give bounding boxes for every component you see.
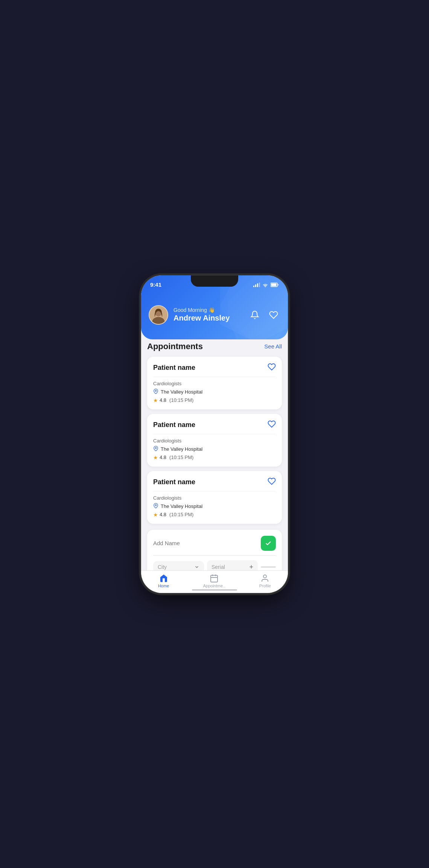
signal-icon [253,283,260,287]
heart-icon-1 [268,363,276,371]
home-icon [159,574,168,583]
time-text-2: (10:15 PM) [169,455,193,460]
serial-label: Serial [211,564,247,570]
appointments-label: Appointme.. [203,584,225,588]
svg-rect-1 [255,284,256,287]
appointment-card-2[interactable]: Patient name Cardiologists [147,414,282,467]
home-label: Home [158,584,169,588]
hospital-row-2: The Valley Hospital [153,446,276,452]
svg-rect-0 [253,286,254,287]
specialty-3: Cardiologists [153,495,276,501]
main-content: Appointments See All Patient name Cardio… [141,336,288,570]
rating-row-1: ★ 4.8 (10:15 PM) [153,397,276,403]
hospital-name-1: The Valley Hospital [161,389,202,395]
divider [261,566,276,568]
phone-frame: 9:41 [141,275,288,593]
hospital-row-3: The Valley Hospital [153,503,276,509]
card-header-1: Patient name [153,363,276,377]
favorite-button-2[interactable] [268,420,276,430]
appointment-card-3[interactable]: Patient name Cardiologists [147,471,282,524]
city-label: City [158,564,192,570]
location-icon-2 [153,446,158,452]
notch [191,275,238,287]
hospital-row-1: The Valley Hospital [153,389,276,395]
time-text-3: (10:15 PM) [169,512,193,517]
star-icon-2: ★ [153,455,158,461]
appointments-icon [210,574,219,583]
svg-rect-22 [211,575,218,582]
heart-icon-3 [268,477,276,485]
svg-rect-5 [271,283,277,286]
rating-text-2: 4.8 [160,455,166,460]
svg-point-14 [155,505,157,506]
hospital-name-3: The Valley Hospital [161,503,202,509]
add-appointment-form: City Serial + 10:30 pm [147,530,282,570]
plus-button[interactable]: + [249,563,253,570]
serial-input-wrap: Serial + [207,560,258,570]
status-time: 9:41 [150,279,161,288]
form-name-row [153,536,276,556]
section-header: Appointments See All [147,342,282,351]
star-icon-3: ★ [153,512,158,518]
see-all-button[interactable]: See All [264,343,282,350]
patient-name-1: Patient name [153,364,195,372]
favorite-button-3[interactable] [268,477,276,487]
location-icon-3 [153,503,158,509]
appointment-card-1[interactable]: Patient name Cardiologists [147,357,282,409]
time-text-1: (10:15 PM) [169,397,193,403]
specialty-2: Cardiologists [153,438,276,444]
add-name-input[interactable] [153,540,261,546]
chevron-down-icon [194,564,199,570]
patient-name-2: Patient name [153,421,195,429]
hospital-name-2: The Valley Hospital [161,446,202,452]
phone-screen: 9:41 [141,275,288,593]
svg-point-31 [263,575,266,578]
check-icon [265,540,272,547]
profile-label: Profile [259,584,271,588]
nav-home[interactable]: Home [158,574,169,588]
rating-text-1: 4.8 [160,397,166,403]
rating-row-3: ★ 4.8 (10:15 PM) [153,512,276,518]
form-city-serial-row: City Serial + [153,560,276,570]
card-header-2: Patient name [153,420,276,434]
svg-rect-2 [257,283,258,287]
status-icons [253,280,279,287]
heart-icon-2 [268,420,276,428]
favorite-button-1[interactable] [268,363,276,373]
card-header-3: Patient name [153,477,276,491]
specialty-1: Cardiologists [153,381,276,386]
svg-point-13 [155,447,157,449]
location-icon-1 [153,389,158,395]
rating-row-2: ★ 4.8 (10:15 PM) [153,455,276,461]
confirm-button[interactable] [261,536,276,551]
svg-rect-3 [259,283,260,287]
battery-icon [271,283,279,287]
wifi-icon [262,283,268,287]
appointments-title: Appointments [147,342,203,351]
nav-appointments[interactable]: Appointme.. [203,574,225,588]
svg-point-12 [155,390,157,392]
profile-icon [260,574,269,583]
patient-name-3: Patient name [153,478,195,486]
rating-text-3: 4.8 [160,512,166,517]
nav-profile[interactable]: Profile [259,574,271,588]
star-icon-1: ★ [153,397,158,403]
city-dropdown[interactable]: City [153,561,204,570]
home-indicator [192,589,237,591]
